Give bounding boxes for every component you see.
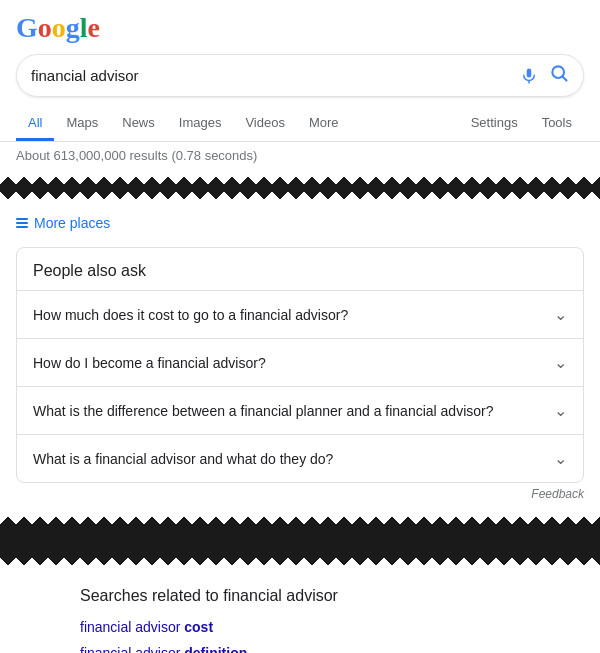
middle-section: More places People also ask How much doe…: [0, 201, 600, 515]
chevron-down-icon-4: ⌄: [554, 449, 567, 468]
related-title: Searches related to financial advisor: [80, 587, 584, 605]
logo-e: e: [88, 12, 100, 44]
chevron-down-icon-3: ⌄: [554, 401, 567, 420]
paa-item-2[interactable]: How do I become a financial advisor? ⌄: [17, 339, 583, 387]
feedback-link[interactable]: Feedback: [16, 483, 584, 501]
related-item-2[interactable]: financial advisor definition: [80, 645, 584, 653]
microphone-icon[interactable]: [519, 66, 539, 86]
tab-more[interactable]: More: [297, 107, 351, 141]
list-icon: [16, 218, 28, 228]
related-item-2-prefix: financial advisor: [80, 645, 184, 653]
bottom-section: Searches related to financial advisor fi…: [0, 567, 600, 653]
more-places-link[interactable]: More places: [16, 215, 584, 231]
related-item-1-bold: cost: [184, 619, 213, 635]
tab-images[interactable]: Images: [167, 107, 234, 141]
logo-g: G: [16, 12, 38, 44]
tab-maps[interactable]: Maps: [54, 107, 110, 141]
svg-line-3: [563, 77, 567, 81]
top-section: G o o g l e All Maps: [0, 0, 600, 175]
tab-all[interactable]: All: [16, 107, 54, 141]
tab-settings[interactable]: Settings: [459, 107, 530, 141]
svg-rect-0: [527, 68, 532, 77]
paa-section: People also ask How much does it cost to…: [16, 247, 584, 483]
chevron-down-icon-1: ⌄: [554, 305, 567, 324]
tab-videos[interactable]: Videos: [233, 107, 297, 141]
more-places-label: More places: [34, 215, 110, 231]
logo-o2: o: [52, 12, 66, 44]
google-logo: G o o g l e: [16, 12, 584, 44]
paa-title: People also ask: [17, 248, 583, 291]
related-item-1-prefix: financial advisor: [80, 619, 184, 635]
paa-item-4-text: What is a financial advisor and what do …: [33, 451, 554, 467]
search-icons: [519, 63, 569, 88]
search-bar: [16, 54, 584, 97]
chevron-down-icon-2: ⌄: [554, 353, 567, 372]
logo-g2: g: [66, 12, 80, 44]
paa-item-4[interactable]: What is a financial advisor and what do …: [17, 435, 583, 482]
tab-tools[interactable]: Tools: [530, 107, 584, 141]
tab-news[interactable]: News: [110, 107, 167, 141]
related-item-1[interactable]: financial advisor cost: [80, 619, 584, 635]
paa-item-2-text: How do I become a financial advisor?: [33, 355, 554, 371]
logo-l: l: [80, 12, 88, 44]
paa-item-3-text: What is the difference between a financi…: [33, 403, 554, 419]
paa-item-1[interactable]: How much does it cost to go to a financi…: [17, 291, 583, 339]
results-count: About 613,000,000 results (0.78 seconds): [16, 142, 584, 167]
nav-tabs: All Maps News Images Videos More Setting…: [0, 107, 600, 142]
search-input[interactable]: [31, 67, 519, 84]
related-item-2-bold: definition: [184, 645, 247, 653]
search-icon[interactable]: [549, 63, 569, 88]
paa-item-1-text: How much does it cost to go to a financi…: [33, 307, 554, 323]
paa-item-3[interactable]: What is the difference between a financi…: [17, 387, 583, 435]
logo-o1: o: [38, 12, 52, 44]
